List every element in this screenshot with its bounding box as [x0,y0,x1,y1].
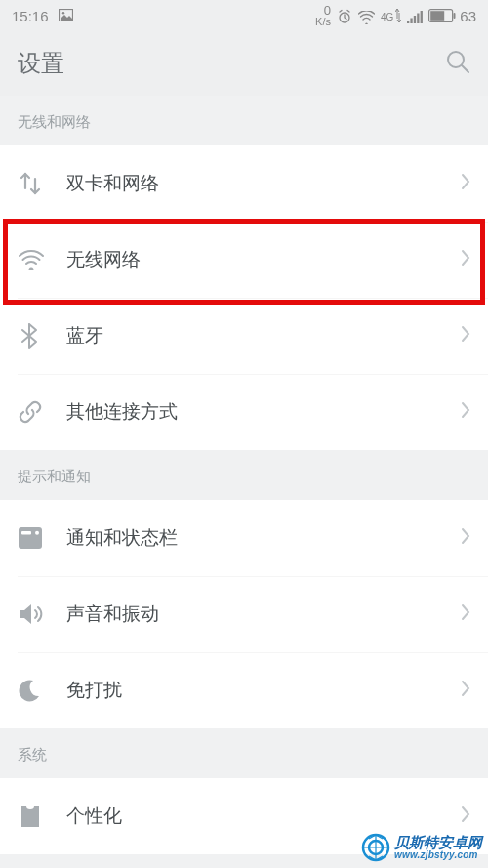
section-header-system: 系统 [0,728,488,778]
link-icon [18,399,57,425]
item-label: 个性化 [57,804,461,829]
svg-rect-6 [418,14,420,24]
chevron-right-icon [461,806,470,827]
chevron-right-icon [461,325,470,347]
chevron-right-icon [461,680,470,701]
battery-percent: 63 [460,8,476,24]
status-right: 0 K/s 4G 63 [315,4,476,27]
item-label: 无线网络 [57,247,461,272]
status-time: 15:16 [12,8,49,24]
speed-unit: K/s [315,17,331,27]
network-gen: 4G [381,13,393,22]
item-notifications-statusbar[interactable]: 通知和状态栏 [0,500,488,576]
item-sound-vibration[interactable]: 声音和振动 [0,576,488,652]
speaker-icon [18,602,57,626]
svg-point-1 [61,12,63,14]
item-do-not-disturb[interactable]: 免打扰 [0,652,488,728]
section-header-notifications: 提示和通知 [0,450,488,500]
item-label: 免打扰 [57,678,461,703]
status-left: 15:16 [12,8,73,24]
section-header-wireless: 无线和网络 [0,96,488,145]
battery-indicator: 63 [428,8,476,24]
svg-rect-10 [431,11,445,21]
chevron-right-icon [461,603,470,625]
item-personalization[interactable]: 个性化 [0,778,488,854]
shirt-icon [18,804,57,829]
svg-rect-4 [411,19,413,24]
item-label: 声音和振动 [57,601,461,627]
list-system: 个性化 [0,778,488,854]
screenshot-saved-icon [59,8,73,24]
moon-icon [18,679,57,702]
list-notifications: 通知和状态栏 声音和振动 免打扰 [0,500,488,728]
chevron-right-icon [461,527,470,549]
signal-icon [407,8,423,24]
svg-line-12 [462,65,468,72]
page-header: 设置 [0,31,488,96]
sim-swap-icon [18,171,57,196]
item-sim-and-network[interactable]: 双卡和网络 [0,145,488,222]
item-label: 通知和状态栏 [57,525,461,551]
svg-rect-13 [19,527,42,549]
page-title: 设置 [18,48,64,79]
item-label: 蓝牙 [57,323,461,349]
bluetooth-icon [18,322,57,350]
chevron-right-icon [461,401,470,423]
item-other-connections[interactable]: 其他连接方式 [0,374,488,450]
svg-point-15 [35,531,39,535]
list-wireless: 双卡和网络 无线网络 蓝牙 其他连接方式 [0,145,488,450]
item-label: 双卡和网络 [57,171,461,196]
network-speed: 0 K/s [315,4,331,27]
chevron-right-icon [461,173,470,194]
svg-rect-7 [421,11,423,23]
wifi-icon [18,249,57,270]
item-label: 其他连接方式 [57,399,461,425]
mobile-data-icon: 4G [381,9,401,22]
svg-rect-3 [407,21,409,23]
status-bar: 15:16 0 K/s 4G 63 [0,0,488,31]
statusbar-icon [18,526,57,550]
alarm-icon [337,7,352,24]
item-wifi[interactable]: 无线网络 [0,222,488,298]
chevron-right-icon [461,249,470,270]
svg-rect-5 [414,16,416,23]
search-icon[interactable] [445,49,470,78]
svg-rect-14 [21,531,31,535]
svg-rect-9 [454,13,456,19]
wifi-icon [358,7,375,23]
item-bluetooth[interactable]: 蓝牙 [0,298,488,374]
